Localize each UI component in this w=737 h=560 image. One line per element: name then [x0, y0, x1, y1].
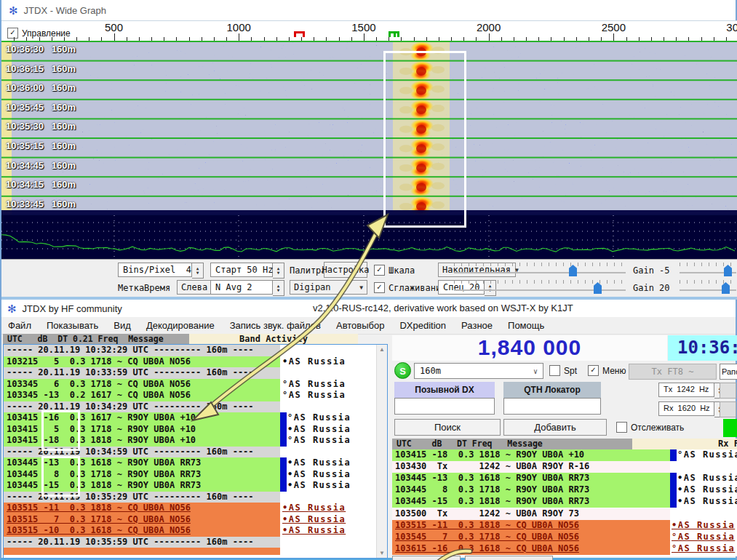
rx-freq-spinner[interactable]: Rx 1620 Hz ▲▼ — [658, 401, 726, 416]
decode-row[interactable]: 103445 -13 0.3 1618 ~ R9OY UB0A RR73•AS … — [392, 473, 737, 484]
spinner-arrows-icon[interactable]: ▲▼ — [273, 280, 284, 296]
rx-freq-value[interactable]: Rx 1620 Hz — [658, 401, 714, 416]
rx-frequency-panel-label: Rx F — [718, 439, 737, 449]
spectrum-zero-slider[interactable] — [454, 280, 626, 295]
spinner-arrows-icon[interactable]: ▲▼ — [192, 263, 204, 279]
decode-message: 103415 -18 0.3 1818 ~ R9OY UB0A +10 — [7, 435, 196, 446]
track-checkbox[interactable]: Отслеживать — [616, 422, 684, 433]
start-hz-value[interactable]: Старт 50 Hz — [210, 263, 273, 277]
palette-settings-button[interactable]: Настройка — [324, 262, 367, 278]
decode-message: 103415 5 0.3 1718 ~ R9OY UB0A +10 — [7, 424, 196, 435]
decode-row[interactable]: 103215 5 0.3 1718 ~ CQ UB0A NO56•AS Russ… — [4, 356, 378, 368]
s-toggle-button[interactable]: S — [394, 362, 411, 379]
status-indicator — [723, 419, 737, 437]
spectrum-gain-slider[interactable] — [680, 280, 736, 295]
band-activity-scrollbar[interactable]: ▲ ▼ — [376, 345, 387, 558]
menu-item-запись-звук--файлов[interactable]: Запись звук. файлов — [230, 320, 321, 331]
decode-row[interactable]: 103415 -18 0.3 1818 ~ R9OY UB0A +10°AS R… — [392, 449, 737, 461]
menu-item-показывать[interactable]: Показывать — [47, 320, 98, 331]
decode-message: 103430 Tx 1242 ~ UB0A R9OY R-16 — [395, 461, 589, 472]
search-button[interactable]: Поиск — [394, 419, 501, 436]
region-label: •AS Russia — [677, 473, 737, 484]
decode-row[interactable] — [4, 548, 378, 555]
decode-row[interactable]: 103430 Tx 1242 ~ UB0A R9OY R-16 — [392, 461, 737, 473]
decode-message: 103445 -13 0.3 1618 ~ R9OY UB0A RR73 — [7, 457, 201, 468]
slider-handle[interactable] — [722, 282, 730, 294]
qso-marker-bar — [670, 473, 677, 484]
menu-item-вид[interactable]: Вид — [113, 320, 131, 331]
dx-grid-input[interactable] — [503, 398, 601, 415]
checkbox-checked-icon[interactable]: ✓ — [374, 282, 385, 293]
scale-checkbox[interactable]: ✓ Шкала — [374, 265, 415, 276]
smoothing-checkbox[interactable]: ✓ Сглаживание — [374, 282, 446, 293]
slider-handle[interactable] — [569, 265, 577, 276]
menu-item-декодирование[interactable]: Декодирование — [146, 320, 215, 331]
wide-graph-titlebar[interactable]: ✻ JTDX - Wide Graph — [1, 0, 736, 20]
tx-mode-button[interactable]: Tx FT8 ~ — [629, 364, 717, 380]
n-avg-spinner[interactable]: N Avg 2 ▲▼ — [210, 280, 284, 295]
decode-row[interactable]: 103515 -11 0.3 1818 ~ CQ UB0A NO56•AS Ru… — [4, 503, 378, 514]
bottom-button-2[interactable] — [465, 556, 553, 560]
decode-message: 103515 -11 0.3 1818 ~ CQ UB0A NO56 — [395, 520, 579, 531]
checkbox-unchecked-icon[interactable] — [549, 365, 560, 376]
n-avg-value[interactable]: N Avg 2 — [210, 280, 273, 295]
spt-checkbox[interactable]: Spt — [549, 365, 577, 376]
checkbox-checked-icon[interactable]: ✓ — [374, 265, 385, 276]
tx-side-box[interactable] — [720, 383, 736, 399]
band-activity-list[interactable]: ----- 20.11.19 10:32:29 UTC --------- 16… — [3, 344, 388, 559]
region-label: •AS Russia — [282, 525, 346, 536]
scroll-down-icon[interactable]: ▼ — [379, 550, 385, 556]
slider-track[interactable] — [454, 272, 626, 273]
scroll-up-icon[interactable]: ▲ — [379, 346, 385, 353]
decode-row[interactable]: 103445 8 0.3 1718 ~ R9OY UB0A RR73•AS Ru… — [392, 484, 737, 496]
decode-row[interactable]: 103515 -10 0.3 1618 ~ CQ UB0A NO56•AS Ru… — [4, 525, 378, 537]
qso-marker-bar — [280, 469, 287, 481]
menu-item-автовыбор[interactable]: Автовыбор — [336, 320, 385, 331]
decode-row[interactable]: 103445 -15 0.3 1818 ~ R9OY UB0A RR73•AS … — [392, 496, 737, 508]
menu-item-помощь[interactable]: Помощь — [508, 320, 544, 331]
checkbox-checked-icon[interactable]: ✓ — [588, 365, 599, 376]
decode-row[interactable]: 103545 7 0.3 1718 ~ CQ UB0A NO56°AS Russ… — [392, 532, 737, 543]
band-selector-combo[interactable]: 160m ∨ — [414, 363, 543, 379]
jtdx-desktop: ✻ JTDX - Wide Graph ✓ Управление 5001000… — [0, 0, 737, 560]
waterfall-zero-slider[interactable] — [454, 263, 626, 277]
bottom-button-1[interactable] — [392, 556, 461, 560]
band-selector-value: 160m — [420, 366, 441, 376]
spinner-arrows-icon[interactable]: ▲▼ — [273, 263, 284, 279]
palette-name-dropdown[interactable]: Digipan▼ — [290, 280, 367, 295]
add-button[interactable]: Добавить — [503, 419, 607, 436]
band-activity-panel-label: Band Activity — [189, 334, 358, 345]
decode-row[interactable]: 103615 -16 0.3 1618 ~ CQ UB0A NO56°AS Ru… — [392, 543, 737, 555]
checkbox-unchecked-icon[interactable] — [616, 422, 627, 433]
menu-item-файл[interactable]: Файл — [8, 320, 31, 331]
decode-row[interactable]: 103345 6 0.3 1718 ~ CQ UB0A NO56°AS Russ… — [4, 379, 378, 391]
decode-row[interactable]: 103500 Tx 1242 ~ UB0A R9OY 73 — [392, 508, 737, 520]
region-label: •AS Russia — [287, 469, 351, 480]
slider-handle[interactable] — [594, 282, 602, 294]
waterfall-display[interactable]: 10:36:30 160m10:36:15 160m10:36:00 160m1… — [1, 41, 737, 215]
spectrum-display[interactable] — [1, 215, 737, 259]
menu-item-dxpedition[interactable]: DXpedition — [399, 320, 446, 331]
decode-row[interactable]: 103515 -11 0.3 1818 ~ CQ UB0A NO56•AS Ru… — [392, 520, 737, 532]
waterfall-gain-slider[interactable] — [680, 263, 736, 277]
decode-row[interactable]: 103345 -13 0.2 1617 ~ CQ UB0A NO56°AS Ru… — [4, 390, 378, 401]
dx-call-input[interactable] — [394, 398, 495, 415]
rx-frequency-list[interactable]: 103415 -18 0.3 1818 ~ R9OY UB0A +10°AS R… — [392, 449, 737, 556]
menu-item-разное[interactable]: Разное — [461, 320, 493, 331]
jtdx-app-icon: ✻ — [7, 303, 17, 314]
main-titlebar[interactable]: ✻ JTDX by HF community v2.1.0-RUS-rc142,… — [1, 300, 736, 317]
qso-marker-bar — [670, 484, 677, 496]
slider-handle[interactable] — [724, 265, 732, 276]
bins-per-pixel-spinner[interactable]: Bins/Pixel 4 ▲▼ — [118, 263, 204, 277]
decode-message: 103515 7 0.3 1718 ~ CQ UB0A NO56 — [7, 514, 191, 525]
rx-frequency-panel-header: Rx F — [632, 439, 737, 449]
tx-freq-value[interactable]: Tx 1242 Hz — [658, 383, 714, 397]
scale-ticks — [1, 21, 737, 41]
bins-per-pixel-value[interactable]: Bins/Pixel 4 — [118, 263, 192, 277]
start-hz-spinner[interactable]: Старт 50 Hz ▲▼ — [210, 263, 284, 277]
row-background — [4, 548, 280, 555]
rx-side-box[interactable] — [720, 401, 736, 417]
decode-row[interactable]: 103515 7 0.3 1718 ~ CQ UB0A NO56•AS Russ… — [4, 514, 378, 526]
menu-checkbox[interactable]: ✓ Меню — [588, 365, 626, 376]
tx-freq-spinner[interactable]: Tx 1242 Hz ▲▼ — [658, 383, 726, 397]
